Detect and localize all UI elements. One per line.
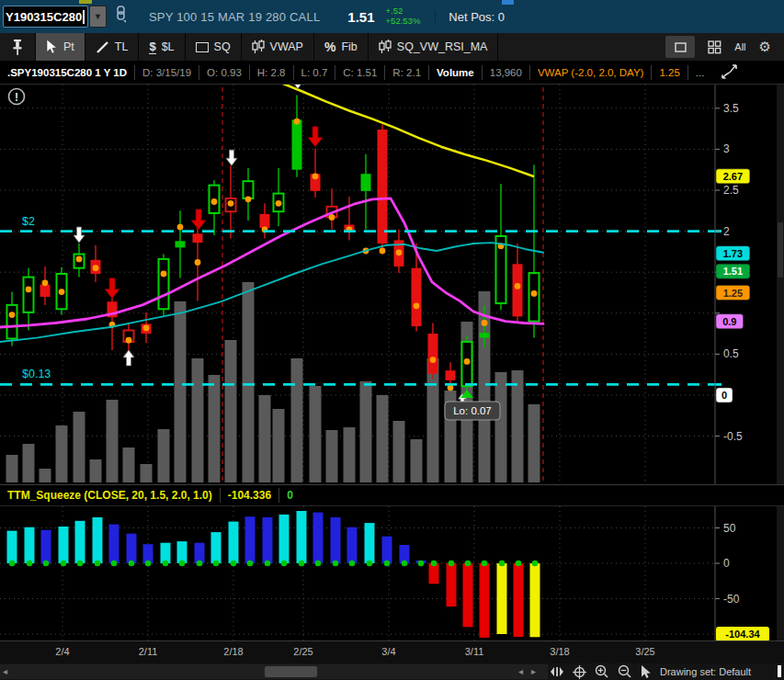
squeeze-dot (418, 561, 425, 567)
volume-bar (273, 409, 285, 482)
vwap-dot (396, 249, 403, 255)
vwap-dot (414, 302, 420, 309)
axis-fit-icon[interactable] (722, 64, 738, 81)
squeeze-bar (161, 543, 171, 563)
scroll-step-left-icon[interactable]: ◂ (518, 666, 523, 676)
pointer-mode-icon[interactable] (641, 665, 652, 679)
scrollbar-thumb[interactable] (265, 666, 317, 677)
candle-down (260, 214, 270, 228)
more-studies-button[interactable]: ... (688, 67, 712, 78)
single-chart-layout-button[interactable] (665, 36, 695, 58)
volume-bar (74, 412, 85, 482)
alert-level-label: $2 (22, 215, 35, 228)
candle-up (244, 181, 254, 198)
vwap-dot (380, 248, 386, 255)
squeeze-axis-label: 0 (723, 557, 730, 570)
square-icon (196, 42, 209, 52)
volume-bar (123, 448, 135, 482)
tool-label: SQ_VW_RSI_MA (397, 40, 488, 53)
tool-pointer-button[interactable]: Pt (36, 33, 85, 61)
toolbar-separator (497, 33, 498, 61)
svg-text:0: 0 (722, 390, 727, 401)
symbol-dropdown-button[interactable]: ▼ (89, 6, 107, 28)
drawing-set-label[interactable]: Drawing set: Default (660, 666, 751, 677)
zoom-out-icon[interactable] (618, 664, 632, 679)
price-axis-label: 3 (723, 142, 730, 155)
squeeze-dot (449, 561, 455, 567)
time-axis[interactable]: 2/42/112/182/253/43/113/183/25 (0, 640, 784, 663)
scroll-step-right-icon[interactable]: ▸ (531, 666, 536, 676)
price-axis-label: 3.5 (723, 102, 739, 115)
candles-icon (252, 40, 265, 54)
volume-bar (225, 340, 237, 482)
squeeze-bar (177, 541, 187, 563)
vwap-dot (464, 358, 471, 365)
volume-bar (512, 370, 524, 482)
single-square-icon (675, 42, 687, 52)
scroll-left-icon[interactable]: ◂ (3, 666, 7, 676)
volume-bar (175, 301, 187, 482)
resize-grip[interactable] (778, 665, 781, 677)
volume-bar (360, 381, 372, 482)
grid-layout-icon[interactable] (708, 40, 722, 54)
vwap-dot (430, 357, 437, 363)
tool-label: Fib (341, 40, 357, 53)
candle-down (513, 264, 523, 316)
squeeze-dot (384, 561, 391, 567)
candle-down (428, 334, 438, 374)
drawing-toolbar: Pt TL $ $L SQ VWAP % Fib (0, 33, 784, 61)
squeeze-bar (75, 521, 85, 563)
chart-title: .SPY190315C280 1 Y 1D (0, 67, 134, 78)
squeeze-dot (231, 561, 237, 567)
squeeze-dot (27, 561, 33, 567)
vwap-dot (312, 173, 319, 179)
volume-bar (6, 455, 18, 482)
symbol-input-value: Y190315C280 (6, 10, 82, 24)
svg-text:!: ! (15, 91, 18, 104)
tool-square-button[interactable]: SQ (186, 33, 241, 61)
vwap-study-label[interactable]: VWAP (-2.0, 2.0, DAY) (530, 67, 651, 78)
crosshair-icon[interactable] (573, 665, 586, 679)
squeeze-bar (263, 517, 273, 563)
tool-price-level-button[interactable]: $ $L (139, 33, 184, 61)
vwap-dot (42, 279, 49, 286)
symbol-input[interactable]: Y190315C280 (3, 6, 88, 28)
zoom-in-icon[interactable] (595, 664, 609, 679)
main-chart-canvas[interactable]: 2/15/193/15/19$2$0.13Lo: 0.073.532.520.5… (0, 85, 784, 484)
candles-icon (379, 40, 392, 54)
svg-text:1.51: 1.51 (723, 266, 743, 277)
squeeze-dot (281, 561, 288, 567)
squeeze-bar (514, 563, 524, 637)
squeeze-dot (9, 561, 16, 567)
volume-bar (411, 439, 423, 482)
squeeze-bar (41, 530, 51, 563)
ohlc-date: D: 3/15/19 (135, 67, 199, 78)
squeeze-panel-canvas[interactable]: 500-50-104.34 (0, 506, 784, 640)
squeeze-bar (480, 563, 490, 638)
vwap-dot (245, 196, 252, 202)
pan-icon[interactable] (550, 666, 564, 677)
tool-trendline-button[interactable]: TL (85, 33, 139, 61)
squeeze-bar (447, 563, 457, 606)
squeeze-dot (315, 561, 322, 567)
ohlc-high: H: 2.8 (250, 67, 293, 78)
study-sq-vw-rsi-ma-button[interactable]: SQ_VW_RSI_MA (369, 33, 498, 61)
squeeze-dot (333, 561, 339, 567)
squeeze-bar (127, 534, 137, 563)
study-vwap-button[interactable]: VWAP (242, 33, 313, 61)
candle-down (193, 233, 203, 243)
pin-toolbar-button[interactable] (0, 33, 35, 61)
decor-sliver (502, 0, 514, 5)
tool-fib-button[interactable]: % Fib (314, 33, 368, 61)
candle-up-solid (292, 119, 302, 169)
time-axis-label: 2/4 (55, 646, 69, 657)
vwap-dot (76, 256, 83, 263)
squeeze-dot (129, 561, 135, 567)
all-button[interactable]: All (734, 41, 745, 52)
gear-icon[interactable]: ⚙ (759, 39, 771, 55)
link-icon[interactable] (115, 6, 127, 28)
squeeze-dot (532, 561, 539, 567)
ttm-squeeze-title[interactable]: TTM_Squeeze (CLOSE, 20, 1.5, 2.0, 1.0) (0, 489, 220, 502)
volume-value: 13,960 (483, 67, 529, 78)
squeeze-axis-label: -50 (723, 593, 740, 606)
